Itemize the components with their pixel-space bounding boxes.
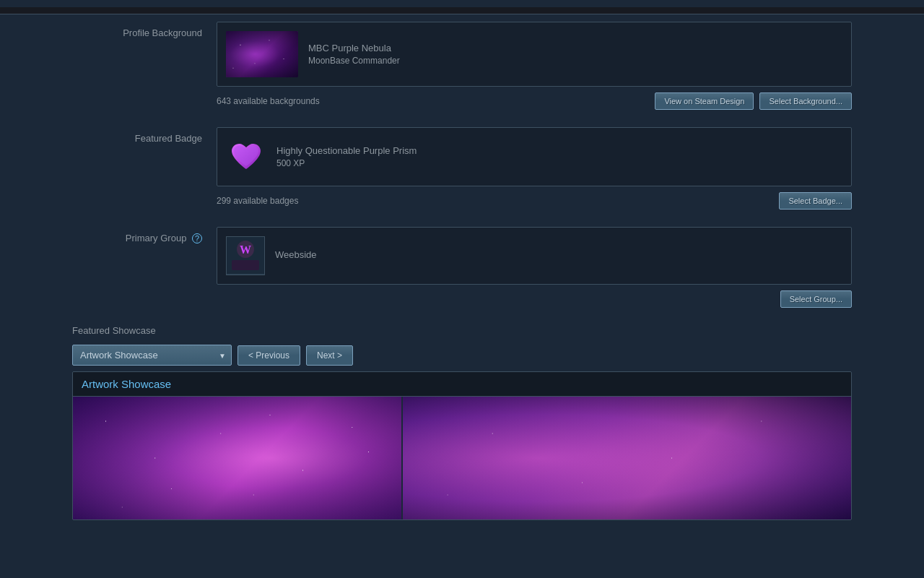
select-group-button[interactable]: Select Group... bbox=[780, 290, 852, 308]
profile-background-section: Profile Background MBC Purple Nebula Moo… bbox=[0, 22, 924, 110]
svg-text:W: W bbox=[240, 243, 251, 256]
featured-badge-box: Highly Questionable Purple Prism 500 XP bbox=[217, 127, 852, 186]
featured-badge-label: Featured Badge bbox=[72, 127, 217, 144]
group-sub-row: Select Group... bbox=[217, 290, 852, 308]
background-sub-row: 643 available backgrounds View on Steam … bbox=[217, 92, 852, 110]
badge-count: 299 available badges bbox=[217, 196, 773, 206]
group-emoji: W bbox=[226, 236, 265, 275]
featured-showcase-section: Featured Showcase Artwork Showcase Scree… bbox=[0, 325, 924, 520]
artwork-image-main bbox=[73, 397, 401, 519]
badge-xp: 500 XP bbox=[276, 158, 417, 168]
background-info: MBC Purple Nebula MoonBase Commander bbox=[298, 43, 400, 66]
profile-background-content: MBC Purple Nebula MoonBase Commander 643… bbox=[217, 22, 852, 110]
content-area: Profile Background MBC Purple Nebula Moo… bbox=[0, 14, 924, 539]
featured-badge-section: Featured Badge bbox=[0, 127, 924, 210]
badge-info: Highly Questionable Purple Prism 500 XP bbox=[266, 145, 417, 168]
profile-background-box: MBC Purple Nebula MoonBase Commander bbox=[217, 22, 852, 87]
badge-icon bbox=[226, 137, 266, 177]
view-on-steam-design-button[interactable]: View on Steam Design bbox=[655, 92, 754, 110]
select-badge-button[interactable]: Select Badge... bbox=[779, 192, 852, 210]
svg-rect-3 bbox=[232, 260, 259, 270]
primary-group-label: Primary Group ? bbox=[72, 227, 217, 243]
artwork-preview-title: Artwork Showcase bbox=[73, 372, 851, 397]
background-title: MBC Purple Nebula bbox=[308, 43, 400, 53]
badge-name: Highly Questionable Purple Prism bbox=[276, 145, 417, 156]
background-subtitle: MoonBase Commander bbox=[308, 56, 400, 66]
group-name: Weebside bbox=[275, 249, 317, 260]
background-count: 643 available backgrounds bbox=[217, 96, 649, 106]
group-info: Weebside bbox=[265, 249, 317, 262]
primary-group-box: W Weebside bbox=[217, 227, 852, 285]
primary-group-section: Primary Group ? W bbox=[0, 227, 924, 308]
previous-button[interactable]: < Previous bbox=[237, 345, 300, 366]
artwork-preview-box: Artwork Showcase bbox=[72, 371, 852, 520]
featured-showcase-label: Featured Showcase bbox=[72, 325, 852, 336]
group-thumbnail: W bbox=[226, 236, 265, 275]
showcase-controls: Artwork Showcase Screenshot Showcase Vid… bbox=[72, 345, 852, 366]
next-button[interactable]: Next > bbox=[306, 345, 353, 366]
showcase-dropdown[interactable]: Artwork Showcase Screenshot Showcase Vid… bbox=[72, 345, 232, 366]
page-wrapper: Profile Background MBC Purple Nebula Moo… bbox=[0, 0, 924, 539]
badge-sub-row: 299 available badges Select Badge... bbox=[217, 192, 852, 210]
showcase-dropdown-wrapper: Artwork Showcase Screenshot Showcase Vid… bbox=[72, 345, 232, 366]
artwork-image-secondary bbox=[401, 397, 851, 519]
select-background-button[interactable]: Select Background... bbox=[759, 92, 852, 110]
heart-badge-svg bbox=[230, 142, 263, 172]
top-bar bbox=[0, 7, 924, 14]
artwork-preview-images bbox=[73, 397, 851, 519]
primary-group-tooltip-icon[interactable]: ? bbox=[192, 233, 202, 243]
primary-group-content: W Weebside Select Group... bbox=[217, 227, 852, 308]
featured-badge-content: Highly Questionable Purple Prism 500 XP … bbox=[217, 127, 852, 210]
profile-background-label: Profile Background bbox=[72, 22, 217, 38]
background-thumbnail bbox=[226, 31, 298, 77]
group-icon-svg: W bbox=[226, 236, 265, 274]
